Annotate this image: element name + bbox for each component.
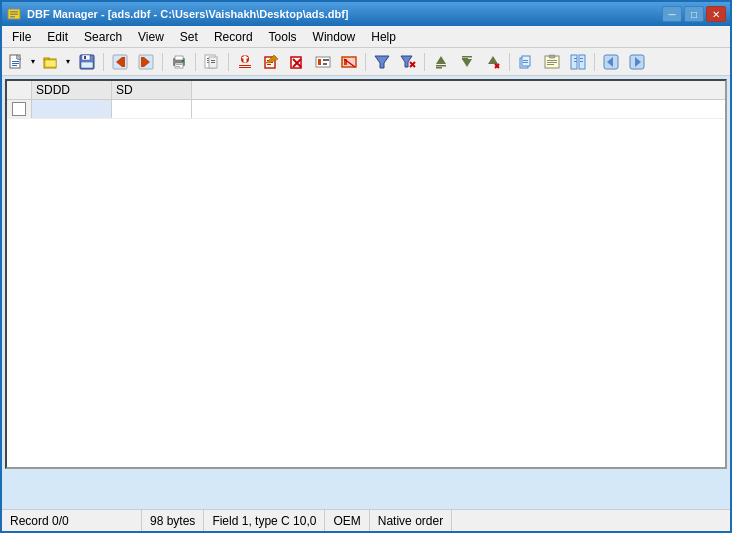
- window-title: DBF Manager - [ads.dbf - C:\Users\Vaisha…: [27, 8, 349, 20]
- menu-edit[interactable]: Edit: [39, 28, 76, 46]
- svg-rect-51: [323, 63, 327, 65]
- new-file-dropdown[interactable]: ▾: [28, 51, 38, 73]
- svg-rect-6: [12, 61, 19, 62]
- svg-rect-49: [318, 59, 321, 65]
- col-header-sd[interactable]: SD: [112, 81, 192, 99]
- menu-record[interactable]: Record: [206, 28, 261, 46]
- svg-marker-62: [462, 59, 472, 67]
- svg-rect-76: [547, 64, 554, 65]
- title-bar-left: DBF Manager - [ads.dbf - C:\Users\Vaisha…: [6, 6, 349, 22]
- copy-to-clipboard[interactable]: [514, 51, 538, 73]
- unmark-record-button[interactable]: [337, 51, 361, 73]
- svg-rect-80: [574, 61, 577, 62]
- window-frame: DBF Manager - [ads.dbf - C:\Users\Vaisha…: [0, 0, 732, 533]
- row-num-header: [7, 81, 32, 99]
- svg-rect-71: [523, 62, 528, 63]
- menu-set[interactable]: Set: [172, 28, 206, 46]
- arrow-left-button[interactable]: [599, 51, 623, 73]
- svg-rect-43: [267, 64, 271, 65]
- app-icon: [6, 6, 22, 22]
- filter-button[interactable]: [370, 51, 394, 73]
- delete-filter-button[interactable]: [396, 51, 420, 73]
- svg-rect-61: [436, 67, 442, 69]
- svg-rect-79: [574, 58, 577, 59]
- svg-rect-38: [239, 65, 251, 66]
- row-checkbox[interactable]: [12, 102, 26, 116]
- minimize-button[interactable]: ─: [662, 6, 682, 22]
- svg-rect-23: [175, 56, 183, 60]
- svg-marker-59: [436, 56, 446, 64]
- sort-desc-button[interactable]: [455, 51, 479, 73]
- nav-forward-button[interactable]: [134, 51, 158, 73]
- data-cell-sddd[interactable]: [32, 100, 112, 118]
- svg-rect-60: [436, 65, 446, 67]
- svg-rect-14: [84, 56, 86, 59]
- edit-record-button[interactable]: [259, 51, 283, 73]
- main-content: SDDD SD: [5, 79, 727, 469]
- svg-rect-3: [10, 16, 15, 18]
- new-file-group: ▾: [5, 51, 38, 73]
- svg-rect-39: [239, 67, 251, 68]
- save-button[interactable]: [75, 51, 99, 73]
- sep7: [509, 53, 510, 71]
- svg-rect-11: [45, 60, 56, 67]
- arrow-right-button[interactable]: [625, 51, 649, 73]
- svg-rect-70: [523, 60, 528, 61]
- close-button[interactable]: ✕: [706, 6, 726, 22]
- svg-rect-2: [10, 14, 18, 16]
- row-num-cell: [7, 100, 32, 118]
- open-file-button[interactable]: [40, 51, 62, 73]
- menu-tools[interactable]: Tools: [261, 28, 305, 46]
- menu-help[interactable]: Help: [363, 28, 404, 46]
- col-header-sddd[interactable]: SDDD: [32, 81, 112, 99]
- svg-rect-81: [580, 58, 583, 59]
- sep2: [162, 53, 163, 71]
- menu-search[interactable]: Search: [76, 28, 130, 46]
- svg-rect-64: [462, 58, 468, 60]
- svg-rect-37: [244, 55, 247, 62]
- delete-record-button[interactable]: [285, 51, 309, 73]
- status-bytes: 98 bytes: [142, 510, 204, 531]
- svg-marker-65: [488, 56, 498, 64]
- status-order: Native order: [370, 510, 452, 531]
- add-record-button[interactable]: [233, 51, 257, 73]
- title-bar-buttons: ─ □ ✕: [662, 6, 726, 22]
- restore-button[interactable]: □: [684, 6, 704, 22]
- svg-rect-10: [44, 58, 49, 60]
- cancel-sort-button[interactable]: [481, 51, 505, 73]
- mark-record-button[interactable]: [311, 51, 335, 73]
- status-bar: Record 0/0 98 bytes Field 1, type C 10,0…: [2, 509, 730, 531]
- svg-rect-74: [547, 60, 557, 61]
- split-view-button[interactable]: [566, 51, 590, 73]
- svg-rect-26: [176, 66, 180, 67]
- sep4: [228, 53, 229, 71]
- menu-window[interactable]: Window: [305, 28, 364, 46]
- nav-back-button[interactable]: [108, 51, 132, 73]
- menu-file[interactable]: File: [4, 28, 39, 46]
- svg-rect-75: [547, 62, 557, 63]
- svg-rect-34: [211, 62, 215, 63]
- svg-rect-15: [81, 62, 93, 68]
- open-file-dropdown[interactable]: ▾: [63, 51, 73, 73]
- svg-rect-7: [12, 63, 19, 64]
- title-bar: DBF Manager - [ads.dbf - C:\Users\Vaisha…: [2, 2, 730, 26]
- menu-view[interactable]: View: [130, 28, 172, 46]
- svg-rect-18: [122, 57, 125, 67]
- copy-table-button[interactable]: [200, 51, 224, 73]
- sep5: [365, 53, 366, 71]
- svg-rect-82: [580, 61, 583, 62]
- toolbar-1: ▾ ▾: [2, 48, 730, 76]
- paste-button[interactable]: [540, 51, 564, 73]
- sep1: [103, 53, 104, 71]
- svg-rect-24: [175, 63, 183, 68]
- new-file-button[interactable]: [5, 51, 27, 73]
- svg-rect-73: [549, 55, 555, 58]
- status-field-info: Field 1, type C 10,0: [204, 510, 325, 531]
- data-cell-sd[interactable]: [112, 100, 192, 118]
- svg-rect-50: [323, 59, 329, 61]
- print-button[interactable]: [167, 51, 191, 73]
- sort-asc-button[interactable]: [429, 51, 453, 73]
- svg-point-27: [182, 60, 184, 62]
- status-encoding: OEM: [325, 510, 369, 531]
- svg-rect-21: [141, 57, 144, 67]
